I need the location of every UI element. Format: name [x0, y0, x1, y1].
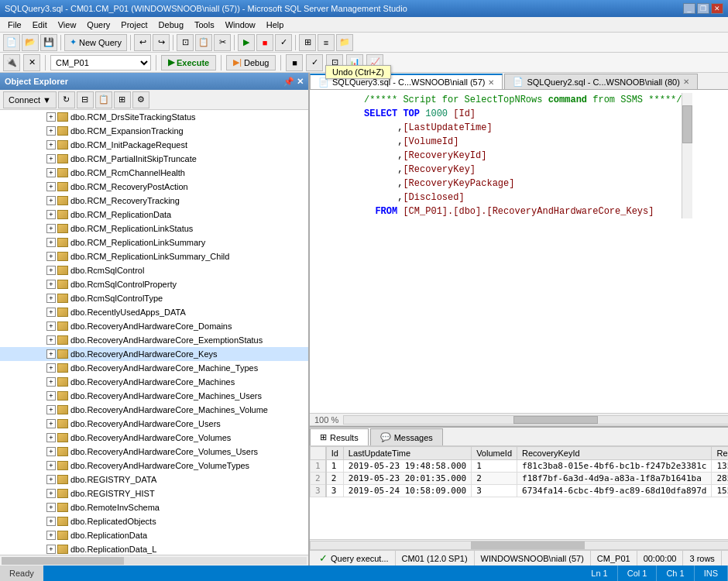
- results-tab-messages[interactable]: 💬 Messages: [370, 428, 443, 445]
- tree-item[interactable]: + dbo.REGISTRY_DATA: [0, 473, 308, 486]
- expand-icon[interactable]: +: [46, 405, 56, 414]
- query-editor[interactable]: /***** Script for SelectTopNRows command…: [310, 90, 728, 414]
- minimize-button[interactable]: _: [683, 3, 695, 14]
- menu-query[interactable]: Query: [82, 19, 115, 31]
- tree-item[interactable]: + dbo.RCM_RecoveryTracking: [0, 194, 308, 208]
- expand-icon[interactable]: +: [46, 419, 56, 428]
- save-button[interactable]: 💾: [40, 34, 57, 51]
- expand-icon[interactable]: +: [46, 126, 56, 136]
- tree-item[interactable]: + dbo.RemoteInvSchema: [0, 500, 308, 514]
- tree-item[interactable]: + dbo.ReplicationData: [0, 528, 308, 542]
- tree-item[interactable]: + dbo.RCM_RecoveryPostAction: [0, 180, 308, 194]
- expand-icon[interactable]: +: [46, 545, 56, 554]
- menu-tools[interactable]: Tools: [190, 19, 219, 31]
- text-results-button[interactable]: ≡: [318, 34, 335, 51]
- tree-item[interactable]: + dbo.REGISTRY_HIST: [0, 486, 308, 500]
- tree-item[interactable]: + dbo.RecoveryAndHardwareCore_Keys: [0, 347, 308, 361]
- tab-sqlquery2[interactable]: 📄 SQLQuery2.sql - C...WSNOOB\niall (80) …: [504, 74, 697, 89]
- restore-button[interactable]: ❐: [697, 3, 709, 14]
- expand-icon[interactable]: +: [46, 196, 56, 205]
- expand-icon[interactable]: +: [46, 140, 56, 150]
- expand-icon[interactable]: +: [46, 503, 56, 512]
- expand-icon[interactable]: +: [46, 210, 56, 219]
- tree-item[interactable]: + dbo.RCM_ExpansionTracking: [0, 124, 308, 138]
- editor-hscroll[interactable]: [343, 415, 728, 425]
- expand-icon[interactable]: +: [46, 363, 56, 373]
- menu-debug[interactable]: Debug: [154, 19, 188, 31]
- tree-item[interactable]: + dbo.RecoveryAndHardwareCore_Machines: [0, 375, 308, 389]
- close-button[interactable]: ✕: [711, 3, 723, 14]
- expand-icon[interactable]: +: [46, 224, 56, 233]
- results-hscroll[interactable]: [310, 539, 728, 550]
- expand-icon[interactable]: +: [46, 531, 56, 540]
- expand-icon[interactable]: +: [46, 182, 56, 191]
- expand-icon[interactable]: +: [46, 168, 56, 177]
- expand-icon[interactable]: +: [46, 391, 56, 401]
- grid-results-button[interactable]: ⊞: [299, 34, 316, 51]
- tab-sqlquery3-close[interactable]: ✕: [488, 78, 494, 87]
- expand-icon[interactable]: +: [46, 280, 56, 289]
- tree-item[interactable]: + dbo.RecoveryAndHardwareCore_Machines_U…: [0, 389, 308, 403]
- tree-item[interactable]: + dbo.RecoveryAndHardwareCore_ExemptionS…: [0, 333, 308, 347]
- tree-item[interactable]: + dbo.RecoveryAndHardwareCore_Users: [0, 417, 308, 431]
- oe-hscroll[interactable]: [0, 555, 308, 566]
- new-file-button[interactable]: 📄: [3, 34, 20, 51]
- oe-report-button[interactable]: 📋: [95, 91, 112, 108]
- expand-icon[interactable]: +: [46, 321, 56, 331]
- expand-icon[interactable]: +: [46, 252, 56, 261]
- tree-item[interactable]: + dbo.RecoveryAndHardwareCore_Machine_Ty…: [0, 361, 308, 375]
- expand-icon[interactable]: +: [46, 349, 56, 359]
- database-selector[interactable]: CM_P01: [50, 55, 151, 70]
- tree-item[interactable]: + dbo.RCM_ReplicationLinkStatus: [0, 222, 308, 235]
- expand-icon[interactable]: +: [46, 461, 56, 470]
- copy-button[interactable]: ⊡: [177, 34, 194, 51]
- new-query-button[interactable]: ✦ New Query: [64, 34, 127, 51]
- results-table-container[interactable]: Id LastUpdateTime VolumeId RecoveryKeyId…: [310, 446, 728, 539]
- tree-item[interactable]: + dbo.RcmSqlControlType: [0, 291, 308, 305]
- tree-item[interactable]: + dbo.RecentlyUsedApps_DATA: [0, 305, 308, 319]
- tree-item[interactable]: + dbo.RcmSqlControlProperty: [0, 277, 308, 291]
- menu-file[interactable]: File: [3, 19, 26, 31]
- file-results-button[interactable]: 📁: [336, 34, 353, 51]
- expand-icon[interactable]: +: [46, 377, 56, 387]
- tree-item[interactable]: + dbo.RCM_ReplicationData: [0, 208, 308, 222]
- tree-item[interactable]: + dbo.RCM_DrsSiteTrackingStatus: [0, 110, 308, 124]
- oe-refresh-button[interactable]: ↻: [58, 91, 75, 108]
- expand-icon[interactable]: +: [46, 294, 56, 303]
- stop-button[interactable]: ■: [256, 34, 273, 51]
- oe-properties-button[interactable]: ⚙: [132, 91, 149, 108]
- redo-button[interactable]: ↪: [153, 34, 170, 51]
- tree-item[interactable]: + dbo.RCM_InitPackageRequest: [0, 138, 308, 152]
- tree-item[interactable]: + dbo.RecoveryAndHardwareCore_Volumes: [0, 431, 308, 445]
- expand-icon[interactable]: +: [46, 475, 56, 484]
- expand-icon[interactable]: +: [46, 154, 56, 163]
- paste-button[interactable]: 📋: [195, 34, 212, 51]
- expand-icon[interactable]: +: [46, 266, 56, 275]
- oe-collapse-button[interactable]: ⊞: [114, 91, 131, 108]
- tree-item[interactable]: + dbo.RCM_RcmChannelHealth: [0, 166, 308, 180]
- oe-filter-button[interactable]: ⊟: [77, 91, 94, 108]
- tree-item[interactable]: + dbo.RecoveryAndHardwareCore_Machines_V…: [0, 403, 308, 417]
- tree-item[interactable]: + dbo.RecoveryAndHardwareCore_VolumeType…: [0, 459, 308, 473]
- menu-view[interactable]: View: [53, 19, 81, 31]
- menu-window[interactable]: Window: [221, 19, 260, 31]
- menu-project[interactable]: Project: [116, 19, 152, 31]
- debug-button[interactable]: ▶| Debug: [226, 55, 276, 70]
- expand-icon[interactable]: +: [46, 517, 56, 526]
- expand-icon[interactable]: +: [46, 433, 56, 442]
- expand-icon[interactable]: +: [46, 335, 56, 345]
- connect-button[interactable]: 🔌: [3, 54, 20, 71]
- tab-sqlquery2-close[interactable]: ✕: [683, 77, 689, 86]
- tree-item[interactable]: + dbo.RCM_ReplicationLinkSummary: [0, 235, 308, 249]
- menu-help[interactable]: Help: [262, 19, 289, 31]
- oe-connect-button[interactable]: Connect ▼: [3, 91, 57, 108]
- parse-button[interactable]: ✓: [275, 34, 292, 51]
- undo-button[interactable]: ↩: [134, 34, 151, 51]
- expand-icon[interactable]: +: [46, 489, 56, 498]
- expand-icon[interactable]: +: [46, 447, 56, 456]
- editor-vscroll[interactable]: [682, 93, 692, 218]
- results-tab-results[interactable]: ⊞ Results: [310, 428, 369, 445]
- tree-item[interactable]: + dbo.RcmSqlControl: [0, 263, 308, 277]
- cancel-execute-button[interactable]: ■: [286, 54, 303, 71]
- tree-item[interactable]: + dbo.RecoveryAndHardwareCore_Domains: [0, 319, 308, 333]
